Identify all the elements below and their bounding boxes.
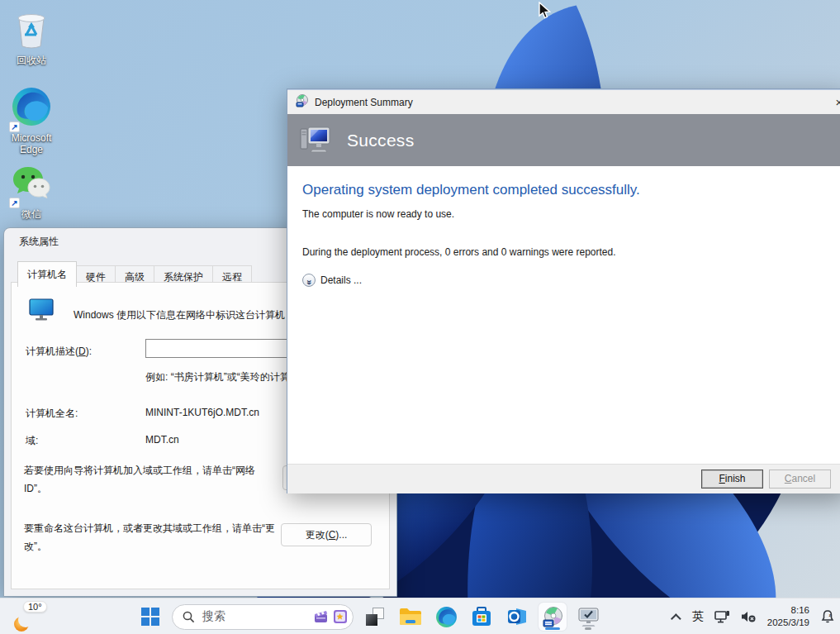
- weather-sun-icon: [12, 611, 33, 632]
- task-view-icon: [366, 608, 384, 626]
- network-id-paragraph: 若要使用向导将计算机加入域或工作组，请单击“网络 ID”。: [24, 462, 280, 498]
- volume-muted-icon[interactable]: [741, 610, 757, 623]
- edge-icon: [435, 606, 458, 628]
- full-computer-name-value: MININT-1KUT6jO.MDT.cn: [145, 407, 259, 418]
- system-properties-app-button[interactable]: [574, 603, 602, 631]
- search-placeholder: 搜索: [202, 609, 313, 624]
- desktop-icon-wechat[interactable]: ↗ 微信: [0, 164, 63, 221]
- notification-bell-icon[interactable]: z: [820, 609, 835, 624]
- active-app-indicator: [545, 627, 560, 630]
- computer-monitor-icon: [28, 296, 55, 325]
- desktop-icon-label: 回收站: [0, 55, 63, 67]
- search-highlight-photos-icon: [332, 608, 349, 625]
- desktop-icon-microsoft-edge[interactable]: ↗ Microsoft Edge: [0, 86, 63, 156]
- ready-text: The computer is now ready to use.: [302, 208, 454, 220]
- domain-label: 域:: [26, 434, 38, 448]
- deployment-result-heading: Operating system deployment completed su…: [302, 182, 640, 198]
- hidden-icons-chevron-icon[interactable]: [671, 613, 681, 624]
- deployment-summary-dialog: Deployment Summary × Success Operating s…: [287, 88, 840, 493]
- workstation-icon: [299, 124, 332, 157]
- full-computer-name-label: 计算机全名:: [26, 407, 78, 421]
- change-button[interactable]: 更改(C)...: [281, 523, 372, 546]
- mdt-deployment-app-button[interactable]: [539, 603, 567, 631]
- ime-indicator[interactable]: 英: [692, 609, 704, 624]
- success-heading: Success: [347, 131, 414, 150]
- taskbar-center-group: 搜索: [136, 598, 602, 634]
- outlook-icon: [506, 606, 528, 627]
- close-icon[interactable]: ×: [829, 93, 840, 112]
- details-expander[interactable]: » Details ...: [302, 274, 362, 287]
- chevron-down-icon[interactable]: »: [302, 274, 316, 287]
- system-properties-tab-strip: 计算机名硬件高级系统保护远程: [17, 261, 251, 283]
- intro-text: Windows 使用以下信息在网络中标识这台计算机: [74, 308, 285, 322]
- microsoft-store-icon: [471, 606, 492, 627]
- desktop-icon-label: Microsoft Edge: [0, 133, 63, 156]
- rename-paragraph: 要重命名这台计算机，或者更改其域或工作组，请单击“更改”。: [24, 520, 283, 555]
- recycle-bin-icon: [12, 10, 50, 53]
- tray-date: 2025/3/19: [767, 617, 809, 629]
- system-tray: 英 8:16 2025/3/19 z: [674, 598, 835, 634]
- desktop-icon-recycle-bin[interactable]: 回收站: [0, 10, 63, 67]
- network-icon[interactable]: [714, 610, 730, 624]
- edge-taskbar-button[interactable]: [432, 603, 460, 631]
- weather-temp-badge: 10°: [23, 601, 47, 613]
- file-explorer-button[interactable]: [396, 603, 425, 631]
- deployment-body: Operating system deployment completed su…: [287, 166, 840, 464]
- details-label: Details ...: [320, 274, 362, 286]
- search-box[interactable]: 搜索: [172, 604, 354, 630]
- svg-text:z: z: [829, 613, 832, 617]
- search-icon: [183, 611, 195, 623]
- task-view-button[interactable]: [361, 603, 389, 631]
- wechat-icon: ↗: [11, 164, 52, 207]
- shortcut-arrow-icon: ↗: [9, 198, 20, 208]
- edge-icon: ↗: [11, 86, 52, 131]
- domain-value: MDT.cn: [145, 434, 179, 446]
- description-hint: 例如: “书房计算机”或“美玲的计算: [145, 370, 290, 384]
- file-explorer-icon: [399, 607, 422, 627]
- deployment-title-bar: Deployment Summary ×: [287, 89, 840, 114]
- finish-button[interactable]: Finish: [701, 470, 763, 489]
- dialog-title: Deployment Summary: [315, 97, 413, 108]
- errors-warnings-text: During the deployment process, 0 errors …: [302, 246, 616, 258]
- clock[interactable]: 8:16 2025/3/19: [767, 604, 809, 629]
- microsoft-store-button[interactable]: [467, 603, 496, 631]
- shortcut-arrow-icon: ↗: [9, 122, 20, 132]
- widgets-button[interactable]: 10°: [12, 603, 33, 632]
- search-highlight-clapper-icon: [313, 608, 330, 625]
- windows-logo-icon: [141, 608, 159, 626]
- outlook-button[interactable]: [503, 603, 531, 631]
- mdt-disc-icon: [296, 94, 309, 111]
- deployment-footer: Finish Cancel: [287, 464, 840, 493]
- open-app-indicator: [585, 627, 591, 630]
- success-header-band: Success: [287, 114, 840, 166]
- taskbar: 10° 搜索: [0, 598, 840, 634]
- computer-description-label: 计算机描述(D):: [26, 345, 92, 359]
- tray-time: 8:16: [767, 604, 809, 617]
- tab-computer-name[interactable]: 计算机名: [17, 261, 77, 287]
- mdt-disc-icon: [542, 606, 564, 628]
- system-monitor-check-icon: [577, 607, 600, 627]
- cancel-button: Cancel: [769, 470, 831, 489]
- desktop-icon-label: 微信: [0, 209, 63, 221]
- mouse-cursor: [538, 2, 553, 20]
- start-button[interactable]: [136, 603, 164, 631]
